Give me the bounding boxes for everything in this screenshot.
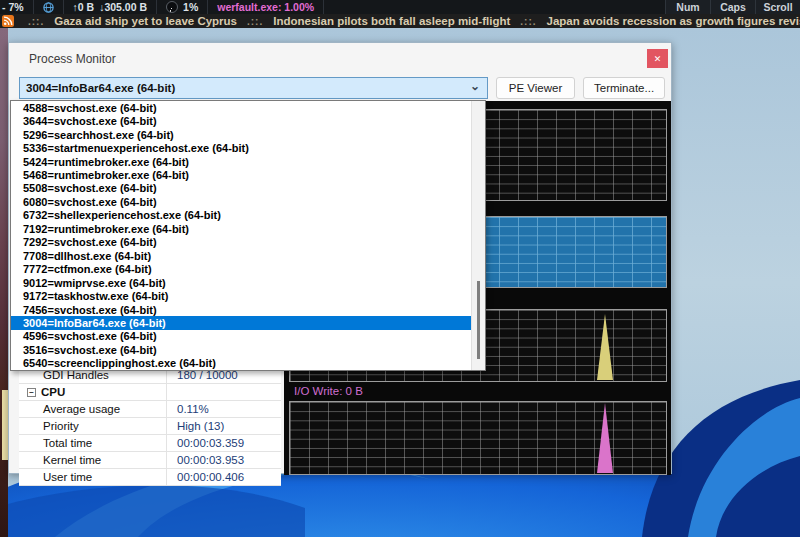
process-list-item[interactable]: 5508=svchost.exe (64-bit) [11,182,472,195]
process-list-item[interactable]: 4588=svchost.exe (64-bit) [11,101,472,114]
top-process-segment: werfault.exe: 1.00% [208,0,324,14]
news-ticker-bar: .::. Gaza aid ship yet to leave Cyprus .… [0,14,800,28]
window-title: Process Monitor [29,52,116,66]
yellow-spike [597,314,613,380]
button-row: PE ViewerTerminate... [496,77,665,99]
close-icon: ✕ [654,54,662,64]
lock-key-indicator: Num [665,0,710,14]
combobox-value: 3004=InfoBar64.exe (64-bit) [26,82,175,94]
process-combobox[interactable]: 3004=InfoBar64.exe (64-bit) ⌄ [19,77,488,99]
process-list-item[interactable]: 5468=runtimebroker.exe (64-bit) [11,168,472,181]
row-label: Priority [43,420,79,432]
ticker-items: .::. Gaza aid ship yet to leave Cyprus .… [18,15,800,27]
lock-key-indicator: Scroll [755,0,800,14]
table-row: − Average usage 0.11% [19,401,281,418]
row-label: Kernel time [43,454,101,466]
process-list-item[interactable]: 6540=screenclippinghost.exe (64-bit) [11,357,472,370]
process-list-item[interactable]: 3516=svchost.exe (64-bit) [11,343,472,356]
dropdown-scrollbar[interactable] [471,101,485,370]
process-list-item[interactable]: 7772=ctfmon.exe (64-bit) [11,262,472,275]
gauge-segment: 1% [157,0,208,14]
lock-keys: NumCapsScroll [665,0,800,14]
ticker-separator: .::. [520,16,536,27]
process-list-item[interactable]: 9012=wmiprvse.exe (64-bit) [11,276,472,289]
scrollbar-thumb[interactable] [477,281,480,359]
row-value: 00:00:03.359 [166,435,281,451]
background-window-edge [0,28,8,537]
desktop-screen: Process Monitor ✕ 3004=InfoBar64.exe (64… [0,0,800,537]
process-list-item[interactable]: 7292=svchost.exe (64-bit) [11,236,472,249]
window-button[interactable]: Terminate... [583,77,665,99]
table-row: − Priority High (13) [19,418,281,435]
lock-key-indicator: Caps [710,0,755,14]
net-download: ↓305.00 B [99,1,147,13]
row-label: CPU [41,386,65,398]
ticker-item[interactable]: Japan avoids recession as growth figures… [547,15,800,27]
ticker-item[interactable]: Gaza aid ship yet to leave Cyprus [54,15,237,27]
process-list-item[interactable]: 5296=searchhost.exe (64-bit) [11,128,472,141]
details-table: − GDI Handles 180 / 10000 − CPU − Averag… [19,366,281,486]
process-list-item[interactable]: 7456=svchost.exe (64-bit) [11,303,472,316]
row-label: Average usage [43,403,120,415]
infobar-status-bar: - 7% ↑0 B ↓305.00 B 1% werfault.exe: 1.0… [0,0,800,14]
process-list-item[interactable]: 9172=taskhostw.exe (64-bit) [11,289,472,302]
net-upload: ↑0 B [73,1,95,13]
table-row: − CPU [19,384,281,401]
io-write-label: I/O Write: 0 B [294,385,363,397]
process-list-item[interactable]: 7708=dllhost.exe (64-bit) [11,249,472,262]
process-list-item[interactable]: 5424=runtimebroker.exe (64-bit) [11,155,472,168]
usage-pie-icon [166,1,178,13]
graph-io-write [289,401,667,475]
process-list-item[interactable]: 3004=InfoBar64.exe (64-bit) [11,316,472,329]
row-value: 0.11% [166,401,281,417]
row-value: 00:00:00.406 [166,469,281,485]
table-row: − Total time 00:00:03.359 [19,435,281,452]
process-list-item[interactable]: 7192=runtimebroker.exe (64-bit) [11,222,472,235]
table-row: − User time 00:00:00.406 [19,469,281,486]
collapse-icon[interactable]: − [27,388,36,397]
gauge-percent: 1% [183,1,198,13]
row-label: Total time [43,437,92,449]
process-list-item[interactable]: 3644=svchost.exe (64-bit) [11,114,472,127]
network-traffic-segment: ↑0 B ↓305.00 B [64,0,157,14]
cpu-usage-segment: - 7% [0,0,34,14]
process-list: 4588=svchost.exe (64-bit)3644=svchost.ex… [11,101,472,370]
process-list-item[interactable]: 5336=startmenuexperiencehost.exe (64-bit… [11,141,472,154]
rss-icon [2,15,14,27]
row-value [166,384,281,400]
chevron-down-icon: ⌄ [470,79,480,93]
magenta-spike [597,403,613,473]
row-value: High (13) [166,418,281,434]
network-icon-segment [34,0,64,14]
row-value: 00:00:03.953 [166,452,281,468]
ticker-separator: .::. [28,16,44,27]
statusbar-spacer [324,0,665,14]
globe-icon [43,2,54,13]
process-list-item[interactable]: 6732=shellexperiencehost.exe (64-bit) [11,209,472,222]
process-dropdown-list: 4588=svchost.exe (64-bit)3644=svchost.ex… [10,100,486,371]
close-button[interactable]: ✕ [647,49,668,68]
window-button[interactable]: PE Viewer [496,77,575,99]
cpu-usage-label: - 7% [2,1,24,13]
top-process-label: werfault.exe: 1.00% [217,1,314,13]
row-label: User time [43,471,92,483]
process-list-item[interactable]: 6080=svchost.exe (64-bit) [11,195,472,208]
ticker-item[interactable]: Indonesian pilots both fall asleep mid-f… [273,15,510,27]
ticker-separator: .::. [247,16,263,27]
process-list-item[interactable]: 4596=svchost.exe (64-bit) [11,330,472,343]
table-row: − Kernel time 00:00:03.953 [19,452,281,469]
